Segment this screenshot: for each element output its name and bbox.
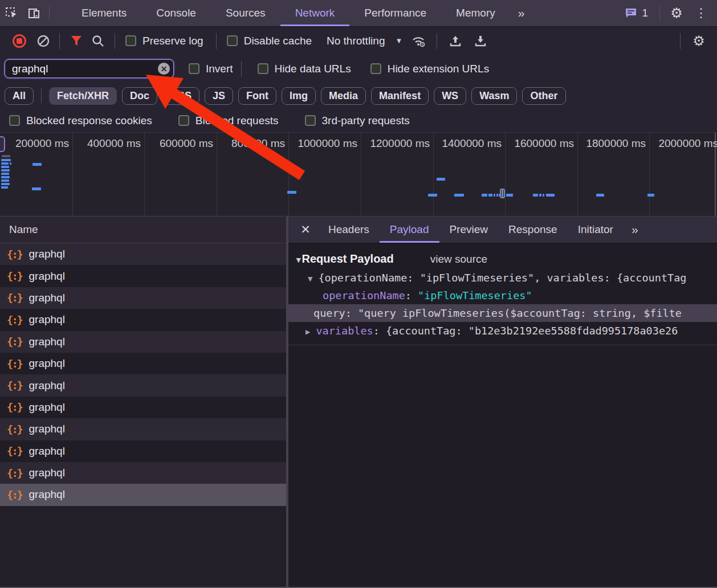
waterfall-request-bar[interactable] [539,194,541,197]
request-row[interactable]: {:}graphql [0,287,286,309]
waterfall-request-bar[interactable] [488,194,492,197]
chip-media[interactable]: Media [321,87,366,105]
waterfall-request-bar[interactable] [506,194,513,197]
waterfall-request-bar[interactable] [1,173,9,175]
payload-preview-line[interactable]: ▼{operationName: "ipFlowTimeseries", var… [288,269,717,287]
waterfall-request-bar[interactable] [1,166,9,168]
detail-tab-preview[interactable]: Preview [439,217,499,243]
waterfall-request-bar[interactable] [647,194,654,197]
request-row[interactable]: {:}graphql [0,265,286,287]
waterfall-request-bar[interactable] [32,163,42,166]
waterfall-request-bar[interactable] [437,178,445,181]
waterfall-request-bar[interactable] [494,194,495,197]
clear-input-icon[interactable]: ✕ [158,63,170,75]
waterfall-request-bar[interactable] [454,194,464,197]
tab-elements[interactable]: Elements [67,0,141,26]
request-row[interactable]: {:}graphql [0,418,286,440]
chip-css[interactable]: CSS [162,87,199,105]
waterfall-request-bar[interactable] [496,194,498,197]
detail-tab-payload[interactable]: Payload [380,217,439,243]
detail-tab-initiator[interactable]: Initiator [568,217,624,243]
chip-img[interactable]: Img [282,87,316,105]
filter-input[interactable] [5,59,174,78]
request-row[interactable]: {:}graphql [0,243,286,265]
request-row[interactable]: {:}graphql [0,397,286,418]
waterfall-request-bar[interactable] [287,191,296,194]
kebab-menu-icon[interactable]: ⋮ [690,6,712,21]
waterfall-request-bar[interactable] [10,162,11,165]
clear-network-log-icon[interactable] [33,34,54,48]
waterfall-hover-marker[interactable] [500,189,505,198]
chip-fetchxhr[interactable]: Fetch/XHR [49,87,117,105]
chip-doc[interactable]: Doc [122,87,157,105]
detail-more-tabs-icon[interactable]: » [624,217,647,243]
waterfall-request-bar[interactable] [32,187,41,190]
request-payload-title[interactable]: ▾Request Payload [296,252,394,266]
detail-tab-headers[interactable]: Headers [318,217,380,243]
import-har-icon[interactable] [443,34,468,48]
waterfall-request-bar[interactable] [1,179,9,182]
blocked-response-cookies-checkbox[interactable] [9,115,20,126]
inspect-icon[interactable] [0,0,23,26]
device-toolbar-icon[interactable] [23,0,46,26]
more-tabs-icon[interactable]: » [510,0,534,26]
chip-ws[interactable]: WS [434,87,466,105]
waterfall-request-bar[interactable] [482,194,487,197]
chip-other[interactable]: Other [522,87,565,105]
filter-funnel-icon[interactable] [66,35,87,47]
waterfall-request-bar[interactable] [533,194,538,197]
record-icon[interactable] [13,34,26,48]
request-row[interactable]: {:}graphql [0,374,286,396]
network-conditions-icon[interactable] [406,34,431,48]
chip-font[interactable]: Font [238,87,276,105]
preserve-log-checkbox[interactable] [125,35,136,46]
request-row[interactable]: {:}graphql [0,484,286,505]
chip-wasm[interactable]: Wasm [471,87,517,105]
request-row[interactable]: {:}graphql [0,440,286,462]
tab-sources[interactable]: Sources [211,0,280,26]
name-column-header[interactable]: Name [0,217,286,243]
tab-memory[interactable]: Memory [441,0,510,26]
waterfall-request-bar[interactable] [1,176,10,178]
search-icon[interactable] [87,35,109,47]
request-row[interactable]: {:}graphql [0,331,286,353]
settings-gear-icon[interactable]: ⚙ [666,5,687,21]
issues-button[interactable]: 1 [619,7,654,19]
invert-checkbox[interactable] [189,63,199,74]
third-party-requests-checkbox[interactable] [305,115,316,126]
waterfall-request-bar[interactable] [1,186,8,189]
request-row[interactable]: {:}graphql [0,309,286,330]
waterfall-request-bar[interactable] [546,194,555,197]
hide-data-urls-checkbox[interactable] [258,63,268,74]
request-row[interactable]: {:}graphql [0,462,286,484]
network-overview-timeline[interactable]: 200000 ms400000 ms600000 ms800000 ms1000… [0,133,717,217]
request-row[interactable]: {:}graphql [0,353,286,374]
waterfall-request-bar[interactable] [1,183,10,185]
waterfall-request-bar[interactable] [2,155,10,157]
waterfall-request-bar[interactable] [596,194,604,197]
view-source-link[interactable]: view source [430,253,487,266]
close-icon[interactable]: ✕ [293,217,318,243]
detail-tab-response[interactable]: Response [498,217,568,243]
waterfall-request-bar[interactable] [1,162,9,165]
chip-manifest[interactable]: Manifest [371,87,429,105]
waterfall-request-bar[interactable] [428,194,437,197]
chip-all[interactable]: All [5,87,34,105]
disable-cache-checkbox[interactable] [227,35,238,46]
waterfall-request-bar[interactable] [543,194,544,197]
network-settings-gear-icon[interactable]: ⚙ [686,33,711,49]
throttling-select[interactable]: No throttling ▼ [327,35,402,47]
waterfall-request-bar[interactable] [1,169,10,172]
tab-performance[interactable]: Performance [349,0,441,26]
payload-query-line[interactable]: query: "query ipFlowTimeseries($accountT… [288,304,717,322]
blocked-requests-checkbox[interactable] [178,115,189,126]
tab-console[interactable]: Console [141,0,211,26]
chip-js[interactable]: JS [205,87,233,105]
panel-resize-divider[interactable] [286,217,288,588]
tab-network[interactable]: Network [280,0,350,26]
export-har-icon[interactable] [468,34,493,48]
payload-variables-line[interactable]: ▶variables: {accountTag: "b12e3b2192ee55… [288,322,717,340]
waterfall-request-bar[interactable] [1,159,11,161]
payload-operation-line[interactable]: operationName: "ipFlowTimeseries" [288,287,717,304]
hide-extension-urls-checkbox[interactable] [370,63,381,74]
